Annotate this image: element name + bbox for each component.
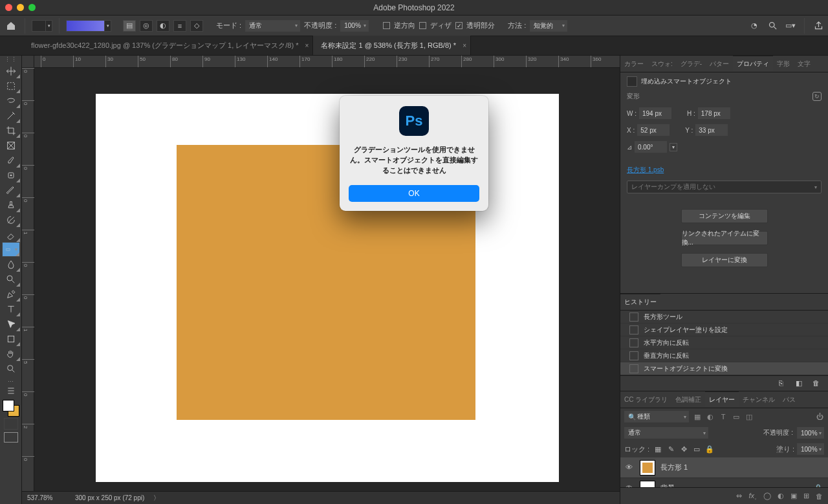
history-tab[interactable]: ヒストリー [620, 294, 660, 310]
blur-tool-icon[interactable] [2, 257, 20, 272]
fill-opacity-field[interactable]: 100% [797, 443, 824, 455]
mask-icon[interactable]: ◯ [763, 492, 771, 500]
panel-tab[interactable]: 字形 [773, 56, 794, 72]
wand-tool-icon[interactable] [2, 108, 20, 123]
convert-linked-button[interactable]: リンクされたアイテムに変換... [681, 231, 768, 245]
new-layer-icon[interactable]: ⊞ [803, 492, 809, 500]
hand-tool-icon[interactable] [2, 346, 20, 361]
search-icon[interactable] [767, 20, 778, 32]
tool-preset-swatch[interactable] [32, 20, 46, 32]
layer-filter-select[interactable]: 🔍種類 [624, 411, 689, 422]
trash-icon[interactable]: 🗑 [812, 379, 822, 388]
group-icon[interactable]: ▣ [790, 492, 797, 500]
layer-name[interactable]: 長方形 1 [660, 463, 688, 472]
filter-smart-icon[interactable]: ◫ [745, 412, 754, 421]
ruler-origin-icon[interactable] [22, 56, 34, 68]
linked-file[interactable]: 長方形 1.psb [627, 166, 822, 175]
history-brush-tool-icon[interactable] [2, 212, 20, 227]
toolbar-grip-icon[interactable]: ⋮⋮ [5, 56, 17, 63]
marquee-tool-icon[interactable] [2, 78, 20, 93]
lock-pos-icon[interactable]: ✥ [679, 444, 688, 454]
edit-contents-button[interactable]: コンテンツを編集 [681, 209, 768, 223]
x-field[interactable]: 52 px [637, 124, 670, 136]
gradient-radial-icon[interactable]: ◎ [140, 20, 153, 32]
edit-toolbar-icon[interactable] [2, 386, 20, 396]
ok-button[interactable]: OK [349, 185, 479, 202]
panel-tab[interactable]: レイヤー [705, 391, 739, 408]
history-item[interactable]: 垂直方向に反転 [620, 349, 828, 362]
canvas-area[interactable] [34, 68, 620, 491]
method-select[interactable]: 知覚的 [530, 20, 567, 32]
adjustment-icon[interactable]: ◐ [778, 492, 784, 500]
panel-tab[interactable]: 文字 [794, 56, 814, 72]
filter-type-icon[interactable]: T [719, 412, 728, 421]
tool-preset-dd[interactable]: ▾ [46, 20, 52, 32]
type-tool-icon[interactable] [2, 301, 20, 316]
zoom-level[interactable]: 537.78% [27, 494, 66, 501]
zoom-tool-icon[interactable] [2, 361, 20, 376]
layer-opacity-field[interactable]: 100% [797, 427, 824, 439]
maximize-window-icon[interactable] [28, 4, 36, 11]
new-snapshot-icon[interactable]: ⎘ [779, 379, 788, 388]
gradient-diamond-icon[interactable]: ◇ [190, 20, 203, 32]
gradient-linear-icon[interactable]: ▤ [123, 20, 136, 32]
delete-layer-icon[interactable]: 🗑 [816, 492, 823, 500]
share-icon[interactable] [812, 20, 824, 32]
panel-tab[interactable]: グラデ- [677, 56, 706, 72]
blendmode-select[interactable]: 通常 [624, 427, 708, 439]
document-tab[interactable]: flower-gfde30c422_1280.jpg @ 137% (グラデーシ… [23, 36, 313, 55]
workspace-switch-icon[interactable]: ▭▾ [785, 20, 796, 32]
document-tab[interactable]: 名称未設定 1 @ 538% (長方形 1, RGB/8) *× [313, 36, 471, 55]
close-tab-icon[interactable]: × [305, 42, 309, 49]
dodge-tool-icon[interactable] [2, 272, 20, 287]
cloud-docs-icon[interactable]: ◔ [748, 20, 760, 32]
reverse-checkbox[interactable] [383, 22, 390, 29]
fx-icon[interactable]: fx˯ [748, 492, 757, 500]
visibility-icon[interactable]: 👁 [626, 463, 635, 472]
angle-dd-icon[interactable]: ▾ [670, 143, 677, 151]
filter-toggle-icon[interactable]: ⏻ [815, 412, 824, 421]
lock-pixels-icon[interactable]: ▦ [653, 444, 662, 454]
filter-shape-icon[interactable]: ▭ [732, 412, 741, 421]
quickmask-icon[interactable] [4, 418, 18, 430]
close-window-icon[interactable] [5, 4, 12, 11]
status-chevron-icon[interactable]: 〉 [153, 494, 160, 503]
toolbar-grip-icon[interactable]: ⋯ [5, 378, 17, 385]
color-swatches[interactable] [3, 400, 19, 417]
panel-tab[interactable]: チャンネル [739, 391, 779, 408]
panel-tab[interactable]: カラー [620, 56, 648, 72]
minimize-window-icon[interactable] [17, 4, 24, 11]
panel-tab[interactable]: パス [779, 391, 800, 408]
eyedropper-tool-icon[interactable] [2, 153, 20, 168]
stamp-tool-icon[interactable] [2, 197, 20, 212]
doc-info[interactable]: 300 px x 250 px (72 ppi) [75, 494, 144, 501]
height-field[interactable]: 178 px [698, 107, 730, 119]
lasso-tool-icon[interactable] [2, 93, 20, 108]
reset-icon[interactable]: ↻ [812, 92, 822, 101]
filter-pixel-icon[interactable]: ▦ [693, 412, 702, 421]
shape-tool-icon[interactable] [2, 331, 20, 346]
frame-tool-icon[interactable] [2, 138, 20, 153]
filter-adjust-icon[interactable]: ◐ [706, 412, 715, 421]
eraser-tool-icon[interactable] [2, 227, 20, 242]
panel-tab[interactable]: プロパティ [733, 56, 773, 72]
history-item[interactable]: シェイプレイヤー塗りを設定 [620, 323, 828, 336]
vertical-ruler[interactable]: 0000010015020 [22, 68, 34, 491]
lock-all-icon[interactable]: 🔒 [705, 444, 714, 454]
dither-checkbox[interactable] [419, 22, 426, 29]
history-item[interactable]: スマートオブジェクトに変換 [620, 362, 828, 375]
convert-layer-button[interactable]: レイヤーに変換 [681, 253, 768, 267]
gradient-dd[interactable]: ▾ [105, 20, 111, 32]
heal-tool-icon[interactable] [2, 168, 20, 182]
transparency-checkbox[interactable] [455, 22, 463, 29]
close-tab-icon[interactable]: × [463, 42, 466, 49]
layer-comp-select[interactable]: レイヤーカンプを適用しない [627, 181, 822, 193]
link-layers-icon[interactable]: ⇔ [736, 492, 742, 500]
camera-icon[interactable]: ◧ [796, 379, 805, 388]
home-button[interactable] [4, 19, 18, 33]
width-field[interactable]: 194 px [639, 107, 671, 119]
path-select-tool-icon[interactable] [2, 316, 20, 331]
screenmode-icon[interactable] [4, 432, 18, 443]
horizontal-ruler[interactable]: -100103050809013014017018022023027028030… [34, 56, 620, 68]
panel-tab[interactable]: パター [706, 56, 733, 72]
